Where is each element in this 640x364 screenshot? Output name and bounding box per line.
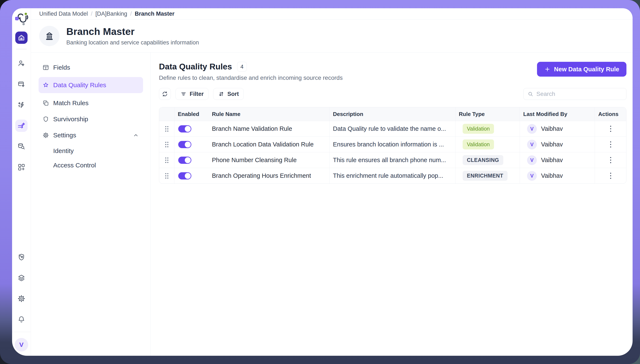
pipelines-button[interactable] xyxy=(15,120,28,132)
column-header-description: Description xyxy=(329,107,456,121)
section-subtitle: Define rules to clean, standardise and e… xyxy=(159,74,343,81)
gear-icon xyxy=(42,132,49,138)
rule-name[interactable]: Branch Name Validation Rule xyxy=(211,125,292,132)
drag-handle[interactable] xyxy=(164,141,169,148)
breadcrumb-item-udm[interactable]: Unified Data Model xyxy=(39,10,88,17)
bell-icon xyxy=(17,315,26,323)
apps-button[interactable] xyxy=(15,161,28,173)
subnav-item-label: Survivorship xyxy=(53,116,88,123)
users-ai-button[interactable] xyxy=(15,57,28,70)
new-data-quality-rule-button[interactable]: New Data Quality Rule xyxy=(537,62,626,76)
breadcrumb-item-banking[interactable]: [DA]Banking xyxy=(95,10,127,17)
layers-button[interactable] xyxy=(15,272,28,284)
drag-handle[interactable] xyxy=(164,172,169,179)
filter-button[interactable]: Filter xyxy=(175,88,208,100)
database-search-icon xyxy=(17,142,26,150)
rail-divider xyxy=(16,49,27,49)
settings-rail-button[interactable] xyxy=(15,292,28,305)
home-button[interactable] xyxy=(15,32,28,44)
copy-icon xyxy=(42,100,49,106)
column-header-actions: Actions xyxy=(595,107,626,121)
subnav-item-label: Identity xyxy=(53,147,74,154)
table-row: Phone Number Cleansing Rule This rule en… xyxy=(159,152,626,168)
row-actions-menu-button[interactable] xyxy=(607,124,614,134)
rule-type-badge: Validation xyxy=(463,124,494,134)
page-title: Branch Master xyxy=(66,26,199,37)
rail-nav-bottom xyxy=(15,251,28,326)
icon-rail: V xyxy=(12,8,31,356)
subnav-item-label: Fields xyxy=(53,64,70,71)
subnav-item-label: Access Control xyxy=(53,162,96,169)
sort-button[interactable]: Sort xyxy=(213,88,244,100)
modifier-name: Vaibhav xyxy=(541,172,563,179)
governance-button[interactable] xyxy=(15,251,28,263)
filter-icon xyxy=(180,91,187,97)
table-row: Branch Name Validation Rule Data Quality… xyxy=(159,121,626,136)
modifier-avatar: V xyxy=(527,124,537,134)
modifier-name: Vaibhav xyxy=(541,125,563,132)
rule-description: This rule ensures all branch phone num..… xyxy=(333,156,446,164)
zap-sparkle-icon xyxy=(17,101,26,109)
subnav-item-settings[interactable]: Settings xyxy=(39,129,143,142)
drag-handle[interactable] xyxy=(164,126,169,132)
refresh-icon xyxy=(162,91,168,97)
rule-name[interactable]: Phone Number Cleansing Rule xyxy=(211,156,297,164)
column-header-enabled: Enabled xyxy=(174,107,207,121)
table-row: Branch Location Data Validation Rule Ens… xyxy=(159,136,626,152)
row-actions-menu-button[interactable] xyxy=(607,155,614,165)
drag-column-header xyxy=(159,107,174,121)
app-window: V Unified Data Model / [DA]Banking / Bra… xyxy=(12,8,632,356)
subnav-item-data-quality-rules[interactable]: Data Quality Rules xyxy=(39,77,143,93)
subnav-item-access-control[interactable]: Access Control xyxy=(39,159,143,172)
gear-icon xyxy=(17,294,26,303)
rail-footer-divider xyxy=(12,332,31,332)
refresh-button[interactable] xyxy=(159,88,171,100)
user-avatar[interactable]: V xyxy=(15,338,28,352)
modifier-name: Vaibhav xyxy=(541,156,563,164)
enabled-toggle[interactable] xyxy=(178,156,191,164)
enabled-toggle[interactable] xyxy=(178,141,191,148)
content-row: Fields Data Quality Rules Match Rules xyxy=(31,52,632,356)
shield-icon xyxy=(42,116,49,122)
table-toolbar: Filter Sort xyxy=(159,88,626,100)
section-title: Data Quality Rules xyxy=(159,62,232,71)
drag-handle[interactable] xyxy=(164,157,169,164)
cards-ai-button[interactable] xyxy=(15,78,28,90)
user-sparkle-icon xyxy=(17,60,26,68)
app-logo-icon[interactable] xyxy=(15,12,28,27)
rule-name[interactable]: Branch Location Data Validation Rule xyxy=(211,141,314,148)
rule-name[interactable]: Branch Operating Hours Enrichment xyxy=(211,172,311,179)
column-header-rule-type: Rule Type xyxy=(456,107,520,121)
breadcrumb: Unified Data Model / [DA]Banking / Branc… xyxy=(31,8,632,20)
column-header-last-modified-by: Last Modified By xyxy=(520,107,595,121)
row-actions-menu-button[interactable] xyxy=(607,139,614,150)
row-actions-menu-button[interactable] xyxy=(607,170,614,181)
data-explorer-button[interactable] xyxy=(15,140,28,152)
column-header-rule-name: Rule Name xyxy=(207,107,329,121)
sort-icon xyxy=(218,91,225,97)
table-icon xyxy=(42,64,49,71)
breadcrumb-separator: / xyxy=(130,10,132,17)
section-header: Data Quality Rules 4 Define rules to cle… xyxy=(159,62,626,81)
rules-table: Enabled Rule Name Description Rule Type … xyxy=(159,107,626,184)
subnav-item-survivorship[interactable]: Survivorship xyxy=(39,112,143,126)
search-input[interactable] xyxy=(536,90,622,97)
enabled-toggle[interactable] xyxy=(178,125,191,132)
new-rule-button-label: New Data Quality Rule xyxy=(554,66,619,73)
plus-icon xyxy=(544,66,551,72)
subnav-item-match-rules[interactable]: Match Rules xyxy=(39,96,143,110)
enabled-toggle[interactable] xyxy=(178,172,191,180)
automation-button[interactable] xyxy=(15,99,28,111)
subnav-item-label: Settings xyxy=(53,132,76,139)
subnav-item-identity[interactable]: Identity xyxy=(39,145,143,157)
rule-type-badge: Validation xyxy=(463,140,494,150)
app-content: Unified Data Model / [DA]Banking / Branc… xyxy=(31,8,632,356)
subnav-item-fields[interactable]: Fields xyxy=(39,61,143,74)
rule-description: This enrichment rule automatically pop..… xyxy=(333,172,443,179)
chevron-up-icon xyxy=(132,132,139,138)
modifier-avatar: V xyxy=(527,155,537,165)
notifications-button[interactable] xyxy=(15,313,28,326)
subnav-item-label: Match Rules xyxy=(53,100,89,107)
bank-icon xyxy=(44,31,55,41)
filter-button-label: Filter xyxy=(190,91,204,97)
